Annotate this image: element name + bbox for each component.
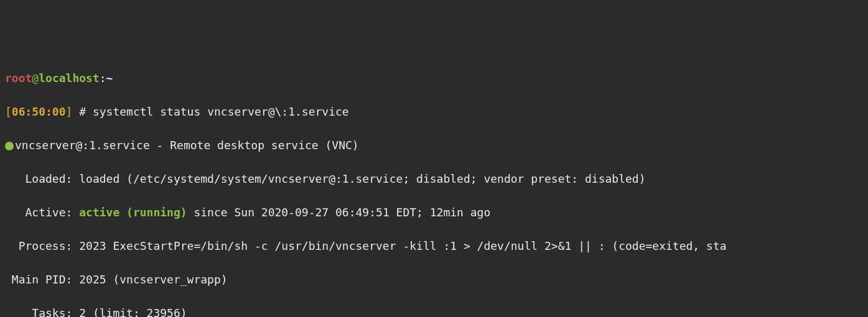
active-label: Active: (5, 206, 79, 219)
process-line: Process: 2023 ExecStartPre=/bin/sh -c /u… (5, 237, 863, 254)
prompt-user: root (5, 71, 32, 85)
command-text: systemctl status vncserver@\:1.service (93, 105, 349, 118)
active-line: Active: active (running) since Sun 2020-… (5, 204, 863, 221)
main-pid-line: Main PID: 2025 (vncserver_wrapp) (5, 271, 863, 288)
service-name: vncserver@:1.service - Remote desktop se… (15, 139, 359, 152)
hash-prompt: # (72, 105, 93, 118)
prompt-colon: : (100, 71, 106, 85)
prompt-path: ~ (106, 71, 113, 85)
ts-close: ] (66, 105, 73, 118)
command-line[interactable]: [06:50:00] # systemctl status vncserver@… (5, 103, 863, 120)
ts-open: [ (5, 105, 12, 118)
service-name-line: vncserver@:1.service - Remote desktop se… (5, 137, 863, 154)
prompt-host: localhost (39, 71, 100, 85)
loaded-line: Loaded: loaded (/etc/systemd/system/vncs… (5, 170, 863, 187)
prompt-line: root@localhost:~ (5, 70, 863, 86)
status-dot-icon (5, 142, 14, 150)
prompt-at: @ (32, 71, 39, 85)
active-rest: since Sun 2020-09-27 06:49:51 EDT; 12min… (187, 206, 491, 219)
tasks-line: Tasks: 2 (limit: 23956) (5, 305, 863, 317)
timestamp: 06:50:00 (12, 105, 66, 118)
active-value: active (running) (79, 206, 187, 219)
